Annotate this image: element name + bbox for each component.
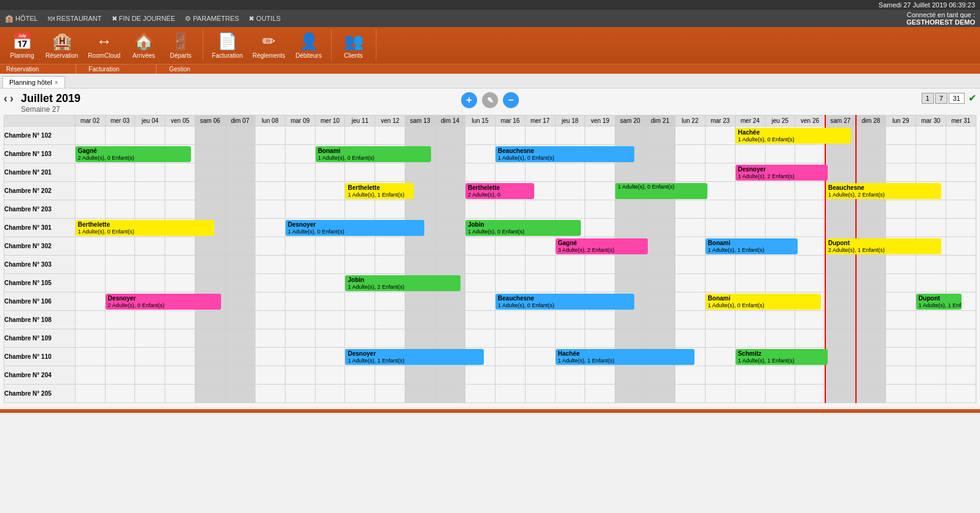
cell-r10-d24[interactable]: [795, 311, 825, 329]
cell-r10-d7[interactable]: [285, 311, 315, 329]
cell-r5-d28[interactable]: [916, 219, 946, 237]
cell-r2-d20[interactable]: [675, 163, 705, 182]
cell-r13-d27[interactable]: [885, 366, 916, 385]
cell-r7-d25[interactable]: [825, 256, 856, 274]
cell-r0-d9[interactable]: [345, 127, 375, 145]
cell-r2-d2[interactable]: [135, 163, 165, 182]
cell-r0-d16[interactable]: [555, 127, 585, 145]
cell-r5-d12[interactable]: [435, 219, 465, 237]
reservation-block[interactable]: 1 Adulte(s), 0 Enfant(s): [615, 183, 707, 199]
cell-r0-d8[interactable]: [315, 127, 345, 145]
cell-r13-d7[interactable]: [285, 366, 315, 385]
cell-r14-d20[interactable]: [675, 385, 705, 403]
cell-r5-d17[interactable]: [585, 219, 615, 237]
cell-r9-d5[interactable]: [225, 292, 255, 311]
cell-r13-d5[interactable]: [225, 366, 255, 385]
cell-r8-d6[interactable]: [255, 274, 285, 292]
cell-r7-d5[interactable]: [225, 256, 255, 274]
cell-r12-d9[interactable]: Desnoyer1 Adulte(s), 1 Enfant(s): [345, 348, 375, 366]
cell-r6-d12[interactable]: [435, 237, 465, 256]
cell-r0-d19[interactable]: [645, 127, 675, 145]
cell-r7-d11[interactable]: [405, 256, 435, 274]
cell-r10-d16[interactable]: [555, 311, 585, 329]
cell-r9-d19[interactable]: [645, 292, 675, 311]
cell-r6-d4[interactable]: [195, 237, 225, 256]
cell-r0-d29[interactable]: [946, 127, 976, 145]
cell-r11-d0[interactable]: [75, 329, 105, 348]
cell-r14-d29[interactable]: [946, 385, 976, 403]
cell-r1-d12[interactable]: [435, 145, 465, 163]
cell-r13-d21[interactable]: [705, 366, 735, 385]
cell-r13-d6[interactable]: [255, 366, 285, 385]
cell-r14-d6[interactable]: [255, 385, 285, 403]
cell-r13-d10[interactable]: [375, 366, 405, 385]
cell-r12-d22[interactable]: Schmitz1 Adulte(s), 1 Enfant(s): [735, 348, 765, 366]
reservation-block[interactable]: Berthelette1 Adulte(s), 0 Enfant(s): [76, 220, 214, 236]
cell-r5-d6[interactable]: [255, 219, 285, 237]
cell-r0-d22[interactable]: Hachée1 Adulte(s), 0 Enfant(s): [735, 127, 765, 145]
cell-r2-d9[interactable]: [345, 163, 375, 182]
cell-r10-d28[interactable]: [916, 311, 946, 329]
cell-r4-d25[interactable]: [825, 200, 856, 219]
cell-r10-d13[interactable]: [465, 311, 495, 329]
cell-r2-d19[interactable]: [645, 163, 675, 182]
cell-r3-d5[interactable]: [225, 182, 255, 200]
cell-r10-d1[interactable]: [105, 311, 135, 329]
cell-r4-d10[interactable]: [375, 200, 405, 219]
reservation-block[interactable]: Gagné2 Adulte(s), 0 Enfant(s): [76, 146, 191, 162]
cell-r7-d16[interactable]: [555, 256, 585, 274]
cell-r14-d19[interactable]: [645, 385, 675, 403]
cell-r9-d6[interactable]: [255, 292, 285, 311]
cell-r12-d29[interactable]: [946, 348, 976, 366]
toolbar-btn-departs[interactable]: 🚪 Départs: [162, 29, 199, 61]
cell-r1-d21[interactable]: [705, 145, 735, 163]
cell-r8-d14[interactable]: [495, 274, 525, 292]
cell-r13-d3[interactable]: [165, 366, 195, 385]
cell-r11-d5[interactable]: [225, 329, 255, 348]
cell-r7-d17[interactable]: [585, 256, 615, 274]
cell-r13-d2[interactable]: [135, 366, 165, 385]
cell-r2-d7[interactable]: [285, 163, 315, 182]
cell-r6-d0[interactable]: [75, 237, 105, 256]
cell-r14-d3[interactable]: [165, 385, 195, 403]
cell-r2-d25[interactable]: [825, 163, 856, 182]
cell-r10-d19[interactable]: [645, 311, 675, 329]
cell-r0-d7[interactable]: [285, 127, 315, 145]
cell-r0-d14[interactable]: [495, 127, 525, 145]
cell-r13-d11[interactable]: [405, 366, 435, 385]
cell-r4-d22[interactable]: [735, 200, 765, 219]
reservation-block[interactable]: Beauchesne1 Adulte(s), 0 Enfant(s): [496, 294, 634, 310]
cell-r2-d22[interactable]: Desnoyer1 Adulte(s), 2 Enfant(s): [735, 163, 765, 182]
cell-r8-d0[interactable]: [75, 274, 105, 292]
cell-r8-d20[interactable]: [675, 274, 705, 292]
cell-r3-d4[interactable]: [195, 182, 225, 200]
cell-r3-d13[interactable]: Berthelette2 Adulte(s), 0: [465, 182, 495, 200]
cell-r14-d0[interactable]: [75, 385, 105, 403]
minus-btn[interactable]: −: [503, 92, 519, 108]
cell-r0-d13[interactable]: [465, 127, 495, 145]
cell-r9-d9[interactable]: [345, 292, 375, 311]
cell-r11-d4[interactable]: [195, 329, 225, 348]
cell-r13-d18[interactable]: [615, 366, 645, 385]
cell-r12-d16[interactable]: Hachée1 Adulte(s), 1 Enfant(s): [555, 348, 585, 366]
cell-r4-d11[interactable]: [405, 200, 435, 219]
cell-r12-d26[interactable]: [856, 348, 886, 366]
cell-r13-d20[interactable]: [675, 366, 705, 385]
reservation-block[interactable]: Desnoyer1 Adulte(s), 1 Enfant(s): [345, 349, 484, 365]
cell-r8-d22[interactable]: [735, 274, 765, 292]
cell-r5-d26[interactable]: [856, 219, 886, 237]
reservation-block[interactable]: Berthelette2 Adulte(s), 0: [465, 183, 534, 199]
cell-r3-d3[interactable]: [165, 182, 195, 200]
cell-r2-d27[interactable]: [885, 163, 916, 182]
cell-r2-d18[interactable]: [615, 163, 645, 182]
cell-r6-d24[interactable]: [795, 237, 825, 256]
cell-r9-d28[interactable]: Dupont1 Adulte(s), 1 Enfant(s): [916, 292, 946, 311]
cell-r14-d5[interactable]: [225, 385, 255, 403]
cell-r11-d16[interactable]: [555, 329, 585, 348]
next-btn[interactable]: ›: [10, 92, 14, 105]
cell-r3-d18[interactable]: 1 Adulte(s), 0 Enfant(s): [615, 182, 645, 200]
cell-r0-d2[interactable]: [135, 127, 165, 145]
cell-r4-d20[interactable]: [675, 200, 705, 219]
tab-close-btn[interactable]: ×: [55, 79, 58, 86]
view-1-btn[interactable]: 1: [922, 93, 934, 104]
